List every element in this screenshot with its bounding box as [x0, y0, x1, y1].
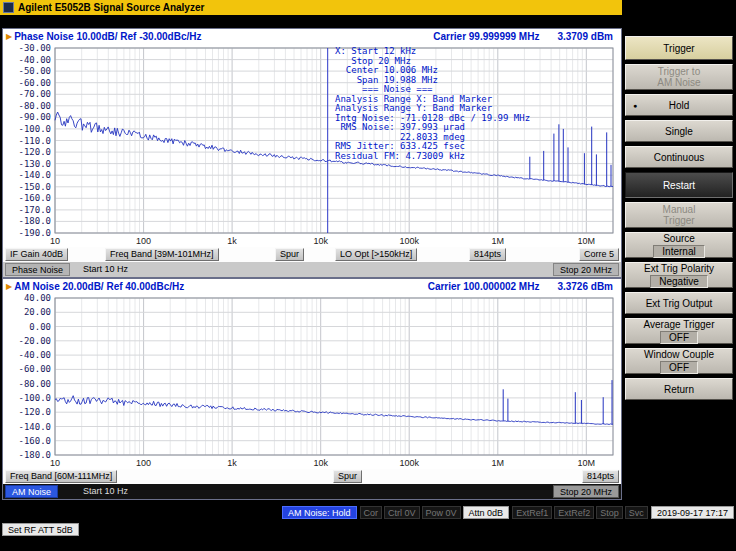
softkey-hold[interactable]: ● Hold [625, 94, 733, 116]
if-gain-indicator: IF Gain 40dB [5, 248, 68, 261]
softkey-value: Internal [653, 245, 704, 258]
svg-text:1M: 1M [492, 236, 505, 246]
points-indicator: 814pts [469, 248, 506, 261]
cor-indicator: Cor [360, 506, 383, 519]
softkey-label: Hold [669, 100, 690, 111]
am-noise-chart: 40.0020.000.00-20.00-40.00-60.00-80.00-1… [3, 293, 621, 469]
softkey-label: Restart [663, 180, 695, 191]
softkey-label: Manual [663, 204, 696, 215]
phase-settings-bar: IF Gain 40dB Freq Band [39M-101MHz] Spur… [3, 247, 621, 262]
instrument-status-bar: AM Noise: Hold Cor Ctrl 0V Pow 0V Attn 0… [0, 504, 736, 520]
svg-text:10: 10 [50, 458, 60, 468]
softkey-ext-trig-output[interactable]: Ext Trig Output [625, 292, 733, 314]
softkey-label: Single [665, 126, 693, 137]
softkey-label: Source [663, 233, 695, 244]
softkey-value: Negative [650, 275, 707, 288]
svg-text:10M: 10M [578, 236, 596, 246]
phase-start-freq: Start 10 Hz [83, 264, 128, 274]
softkey-label: Ext Trig Output [646, 298, 713, 309]
softkey-restart[interactable]: Restart [625, 172, 733, 198]
am-carrier-freq: Carrier 100.000002 MHz [428, 281, 540, 292]
softkey-label: Trigger to [658, 66, 700, 77]
phase-panel-header: ▶ Phase Noise 10.00dB/ Ref -30.00dBc/Hz … [3, 29, 621, 43]
svg-text:-20.00: -20.00 [18, 336, 51, 346]
pow-indicator: Pow 0V [422, 506, 461, 519]
svg-text:20.00: 20.00 [24, 307, 51, 317]
stop-indicator: Stop [596, 506, 623, 519]
softkey-label-line2: Trigger [663, 215, 694, 226]
am-carrier-readout: Carrier 100.000002 MHz 3.3726 dBm [428, 281, 621, 292]
softkey-menu: Trigger Trigger to AM Noise ● Hold Singl… [622, 0, 736, 551]
svg-text:100: 100 [136, 458, 151, 468]
svg-text:-190.0: -190.0 [18, 228, 51, 238]
svg-text:100k: 100k [399, 236, 419, 246]
svg-text:100k: 100k [399, 458, 419, 468]
e5052b-screen: Agilent E5052B Signal Source Analyzer Re… [0, 0, 736, 551]
measurement-mode-badge: AM Noise: Hold [282, 506, 357, 519]
phase-analysis-readout: X: Start 12 kHz Stop 20 MHz Center 10.00… [335, 47, 530, 161]
lo-opt-indicator: LO Opt [>150kHz] [335, 248, 417, 261]
softkey-source[interactable]: Source Internal [625, 232, 733, 258]
extref1-indicator: ExtRef1 [512, 506, 552, 519]
spur-indicator: Spur [275, 248, 304, 261]
svg-text:-140.0: -140.0 [18, 422, 51, 432]
svg-text:-70.00: -70.00 [18, 89, 51, 99]
svg-text:-40.00: -40.00 [18, 350, 51, 360]
softkey-return[interactable]: Return [625, 378, 733, 400]
trace-marker-icon: ▶ [6, 32, 12, 41]
svg-text:10k: 10k [313, 458, 328, 468]
svg-text:-180.0: -180.0 [18, 450, 51, 460]
phase-window-label: Phase Noise [5, 263, 70, 276]
phase-carrier-freq: Carrier 99.999999 MHz [433, 31, 539, 42]
spur-indicator: Spur [333, 470, 362, 483]
datetime-display: 2019-09-17 17:17 [651, 506, 734, 519]
softkey-continuous[interactable]: Continuous [625, 146, 733, 168]
am-settings-bar: Freq Band [60M-111MHz] Spur 814pts [3, 469, 621, 484]
svg-text:-160.0: -160.0 [18, 193, 51, 203]
svg-text:-80.00: -80.00 [18, 379, 51, 389]
svg-text:-100.0: -100.0 [18, 124, 51, 134]
svg-text:10k: 10k [313, 236, 328, 246]
am-start-freq: Start 10 Hz [83, 486, 128, 496]
svg-text:1M: 1M [492, 458, 505, 468]
softkey-trigger-to-am-noise[interactable]: Trigger to AM Noise [625, 64, 733, 90]
svg-text:-110.0: -110.0 [18, 136, 51, 146]
svg-text:-60.00: -60.00 [18, 364, 51, 374]
freq-band-indicator: Freq Band [39M-101MHz] [105, 248, 219, 261]
selected-bullet-icon: ● [633, 100, 637, 111]
svc-indicator: Svc [625, 506, 648, 519]
svg-text:-60.00: -60.00 [18, 78, 51, 88]
softkey-menu-title: Trigger [625, 36, 733, 60]
softkey-manual-trigger[interactable]: Manual Trigger [625, 202, 733, 228]
softkey-window-couple[interactable]: Window Couple OFF [625, 348, 733, 374]
am-stop-freq: Stop 20 MHz [553, 485, 619, 498]
svg-text:-40.00: -40.00 [18, 55, 51, 65]
ctrl-indicator: Ctrl 0V [384, 506, 420, 519]
softkey-label: Ext Trig Polarity [644, 263, 714, 274]
svg-text:1k: 1k [227, 236, 237, 246]
phase-carrier-power: 3.3709 dBm [557, 31, 613, 42]
window-title: Agilent E5052B Signal Source Analyzer [18, 2, 204, 13]
softkey-ext-trig-polarity[interactable]: Ext Trig Polarity Negative [625, 262, 733, 288]
svg-text:-90.00: -90.00 [18, 112, 51, 122]
svg-text:-120.0: -120.0 [18, 147, 51, 157]
phase-carrier-readout: Carrier 99.999999 MHz 3.3709 dBm [433, 31, 621, 42]
softkey-value: OFF [660, 331, 698, 344]
svg-text:-130.0: -130.0 [18, 159, 51, 169]
softkey-average-trigger[interactable]: Average Trigger OFF [625, 318, 733, 344]
title-bar: Agilent E5052B Signal Source Analyzer [0, 0, 622, 15]
freq-band-indicator: Freq Band [60M-111MHz] [5, 470, 117, 483]
svg-text:0.00: 0.00 [29, 322, 51, 332]
softkey-single[interactable]: Single [625, 120, 733, 142]
svg-text:100: 100 [136, 236, 151, 246]
svg-text:-80.00: -80.00 [18, 101, 51, 111]
softkey-label: Continuous [654, 152, 705, 163]
svg-text:10: 10 [50, 236, 60, 246]
softkey-label-line2: AM Noise [657, 77, 700, 88]
svg-text:-50.00: -50.00 [18, 66, 51, 76]
svg-text:-150.0: -150.0 [18, 182, 51, 192]
attn-indicator: Attn 0dB [463, 506, 510, 519]
svg-text:10M: 10M [578, 458, 596, 468]
am-noise-scale-label: AM Noise 20.00dB/ Ref 40.00dBc/Hz [14, 281, 184, 292]
svg-text:-120.0: -120.0 [18, 407, 51, 417]
